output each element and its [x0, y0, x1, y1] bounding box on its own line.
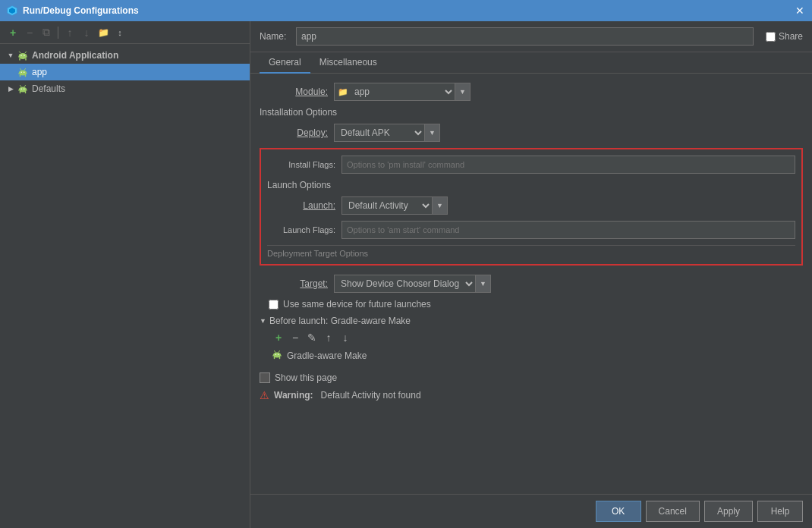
svg-line-21 — [24, 69, 26, 71]
defaults-icon — [17, 83, 29, 95]
app-icon — [17, 66, 29, 78]
tree-item-label: Android Application — [32, 50, 118, 61]
warning-bold-text: Warning: — [274, 390, 313, 401]
svg-point-19 — [24, 72, 24, 73]
ok-button[interactable]: OK — [596, 501, 641, 522]
deploy-select[interactable]: Default APK — [335, 127, 424, 139]
launch-label: Launch: — [267, 200, 335, 211]
target-dropdown-icon[interactable]: ▼ — [475, 275, 490, 292]
tab-miscellaneous[interactable]: Miscellaneous — [310, 52, 386, 74]
move-down-button[interactable]: ↓ — [80, 26, 93, 39]
before-launch-title: Before launch: Gradle-aware Make — [269, 316, 411, 326]
config-toolbar: + − ⧉ ↑ ↓ 📁 ↕ — [0, 21, 250, 44]
svg-line-30 — [20, 86, 22, 87]
title-bar: Run/Debug Configurations ✕ — [0, 0, 812, 21]
show-page-checkbox-visual — [260, 372, 270, 383]
before-launch-toolbar: + − ✎ ↑ ↓ — [260, 331, 803, 344]
close-button[interactable]: ✕ — [794, 5, 806, 17]
before-launch-expand-icon[interactable]: ▼ — [260, 317, 266, 325]
before-launch-add-button[interactable]: + — [272, 331, 285, 344]
tree-item-defaults[interactable]: ▶ Defaults — [0, 80, 250, 97]
tree-item-android-application[interactable]: ▼ Android Application — [0, 47, 250, 64]
svg-line-40 — [275, 351, 276, 353]
tabs-bar: General Miscellaneous — [250, 52, 812, 74]
target-select[interactable]: Show Device Chooser Dialog — [335, 278, 475, 290]
move-up-button[interactable]: ↑ — [63, 26, 77, 39]
before-launch-down-button[interactable]: ↓ — [338, 331, 352, 344]
help-button[interactable]: Help — [757, 501, 803, 522]
before-launch-item: Gradle-aware Make — [260, 347, 803, 363]
module-row: Module: 📁 app ▼ — [260, 83, 803, 101]
deploy-select-wrapper: Default APK ▼ — [334, 124, 440, 142]
name-input[interactable] — [296, 27, 754, 46]
add-config-button[interactable]: + — [6, 26, 20, 39]
launch-flags-row: Launch Flags: — [267, 221, 795, 239]
deployment-target-section: Target: Show Device Chooser Dialog ▼ Use… — [260, 275, 803, 310]
same-device-checkbox[interactable] — [269, 300, 279, 310]
install-flags-row: Install Flags: — [267, 156, 795, 174]
title-icon — [6, 5, 18, 17]
same-device-row: Use same device for future launches — [260, 299, 803, 310]
app-label: app — [32, 67, 47, 77]
cancel-button[interactable]: Cancel — [646, 501, 700, 522]
warning-text: Default Activity not found — [321, 390, 421, 401]
expand-icon: ▶ — [6, 84, 15, 93]
sort-button[interactable]: ↕ — [113, 26, 127, 39]
share-checkbox[interactable] — [766, 32, 776, 42]
remove-config-button[interactable]: − — [23, 26, 36, 39]
config-tree: ▼ Android Application — [0, 44, 250, 528]
svg-point-29 — [24, 89, 24, 90]
highlighted-section: Install Flags: Launch Options Launch: De… — [260, 148, 803, 266]
before-launch-up-button[interactable]: ↑ — [322, 331, 335, 344]
name-row: Name: Share — [250, 21, 812, 52]
target-row: Target: Show Device Chooser Dialog ▼ — [260, 275, 803, 293]
launch-flags-input[interactable] — [341, 221, 795, 239]
deploy-row: Deploy: Default APK ▼ — [260, 124, 803, 142]
svg-line-10 — [20, 52, 21, 53]
launch-row: Launch: Default Activity ▼ — [267, 196, 795, 215]
android-icon — [17, 49, 29, 61]
svg-point-18 — [21, 72, 22, 73]
deployment-target-partial: Deployment Target Options — [267, 245, 795, 258]
apply-button[interactable]: Apply — [704, 501, 753, 522]
module-select[interactable]: app — [351, 86, 455, 98]
gradle-icon — [272, 349, 282, 362]
svg-line-20 — [20, 69, 22, 71]
launch-flags-label: Launch Flags: — [267, 225, 335, 234]
defaults-label: Defaults — [32, 83, 65, 94]
launch-options-title: Launch Options — [267, 180, 795, 190]
show-page-label: Show this page — [275, 372, 337, 383]
deploy-dropdown-icon[interactable]: ▼ — [424, 124, 439, 141]
module-dropdown-icon[interactable]: ▼ — [455, 83, 470, 100]
installation-options-title: Installation Options — [260, 107, 803, 118]
svg-line-41 — [279, 351, 280, 353]
tree-item-app[interactable]: app — [0, 64, 250, 80]
bottom-bar: OK Cancel Apply Help — [250, 494, 812, 528]
copy-config-button[interactable]: ⧉ — [39, 26, 53, 39]
before-launch-section: ▼ Before launch: Gradle-aware Make + − ✎… — [260, 316, 803, 363]
tab-general[interactable]: General — [260, 52, 310, 74]
svg-point-38 — [275, 354, 276, 355]
left-panel: + − ⧉ ↑ ↓ 📁 ↕ ▼ — [0, 21, 250, 528]
share-row: Share — [766, 31, 803, 42]
config-content: Module: 📁 app ▼ Installation Options Dep… — [250, 74, 812, 494]
svg-line-31 — [24, 86, 26, 87]
folder-button[interactable]: 📁 — [96, 26, 110, 39]
svg-point-39 — [278, 354, 279, 355]
before-launch-header: ▼ Before launch: Gradle-aware Make — [260, 316, 803, 326]
launch-dropdown-icon[interactable]: ▼ — [432, 197, 447, 214]
install-flags-input[interactable] — [341, 156, 795, 174]
before-launch-edit-button[interactable]: ✎ — [305, 331, 319, 344]
gradle-label: Gradle-aware Make — [287, 350, 367, 361]
module-label: Module: — [260, 86, 328, 97]
module-folder-icon: 📁 — [335, 87, 351, 97]
expand-placeholder — [6, 68, 15, 77]
module-select-wrapper: 📁 app ▼ — [334, 83, 471, 101]
svg-line-5 — [26, 55, 27, 57]
svg-point-28 — [21, 89, 22, 90]
installation-options-section: Installation Options Deploy: Default APK… — [260, 107, 803, 266]
before-launch-remove-button[interactable]: − — [288, 331, 302, 344]
launch-select[interactable]: Default Activity — [342, 200, 432, 212]
show-page-row: Show this page — [260, 372, 803, 383]
svg-point-8 — [20, 55, 22, 56]
